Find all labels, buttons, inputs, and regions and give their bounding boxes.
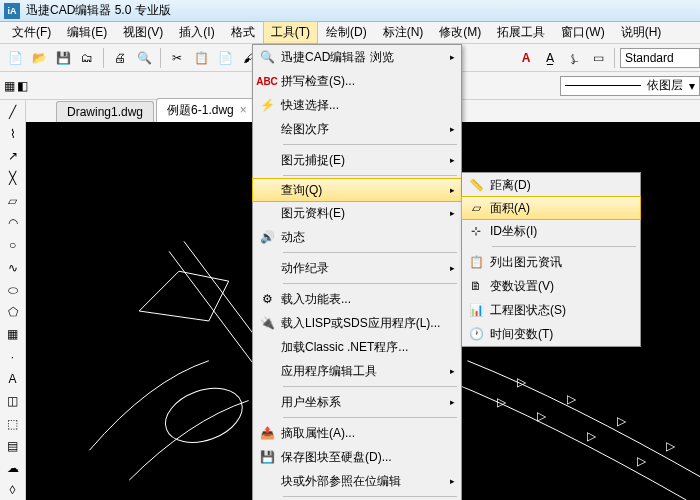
spell-icon: ABC	[253, 76, 281, 87]
menu-tools[interactable]: 工具(T)	[263, 21, 318, 44]
spline-tool-icon[interactable]: ∿	[3, 258, 23, 277]
tools-query[interactable]: 查询(Q)▸	[252, 178, 462, 202]
menu-help[interactable]: 说明(H)	[613, 21, 670, 44]
circle-tool-icon[interactable]: ○	[3, 236, 23, 255]
menu-extend[interactable]: 拓展工具	[489, 21, 553, 44]
tools-action[interactable]: 动作纪录▸	[253, 256, 461, 280]
tools-ucs[interactable]: 用户坐标系▸	[253, 390, 461, 414]
query-id[interactable]: ⊹ID坐标(I)	[462, 219, 640, 243]
preview-icon[interactable]: 🔍	[133, 47, 155, 69]
tab-example[interactable]: 例题6-1.dwg×	[156, 98, 258, 122]
ellipse-tool-icon[interactable]: ⬭	[3, 280, 23, 299]
list-icon: 📋	[462, 255, 490, 269]
polygon-tool-icon[interactable]: ⬠	[3, 303, 23, 322]
app-logo-icon: iA	[4, 3, 20, 19]
tools-snap[interactable]: 图元捕捉(E)▸	[253, 148, 461, 172]
extract-icon: 📤	[253, 426, 281, 440]
distance-icon: 📏	[462, 178, 490, 192]
tools-apptools[interactable]: 应用程序编辑工具▸	[253, 359, 461, 383]
table-tool-icon[interactable]: ▤	[3, 436, 23, 455]
tools-extract[interactable]: 📤摘取属性(A)...	[253, 421, 461, 445]
line-sample-icon	[565, 85, 641, 86]
arc-tool-icon[interactable]: ◠	[3, 213, 23, 232]
text-tool-icon[interactable]: A	[3, 369, 23, 388]
layer-icon[interactable]: ▦	[4, 79, 15, 93]
svg-text:▷: ▷	[666, 439, 676, 453]
cut-icon[interactable]: ✂	[166, 47, 188, 69]
quick-icon: ⚡	[253, 98, 281, 112]
plugin-icon: 🔌	[253, 316, 281, 330]
query-distance[interactable]: 📏距离(D)	[462, 173, 640, 197]
tools-spell[interactable]: ABC拼写检查(S)...	[253, 69, 461, 93]
clock-icon: 🕐	[462, 327, 490, 341]
print-icon[interactable]: 🖨	[109, 47, 131, 69]
tools-loadlisp[interactable]: 🔌载入LISP或SDS应用程序(L)...	[253, 311, 461, 335]
color-icon[interactable]: ◧	[17, 79, 28, 93]
tools-dropdown: 🔍迅捷CAD编辑器 浏览▸ ABC拼写检查(S)... ⚡快速选择... 绘图次…	[252, 44, 462, 500]
text-d-icon[interactable]: ▭	[587, 47, 609, 69]
menu-modify[interactable]: 修改(M)	[431, 21, 489, 44]
copy-icon[interactable]: 📋	[190, 47, 212, 69]
xline-tool-icon[interactable]: ╳	[3, 169, 23, 188]
svg-text:▷: ▷	[617, 414, 627, 428]
tools-dynamic[interactable]: 🔊动态	[253, 225, 461, 249]
wipeout-tool-icon[interactable]: ◊	[3, 481, 23, 500]
line-tool-icon[interactable]: ╱	[3, 102, 23, 121]
title-bar: iA 迅捷CAD编辑器 5.0 专业版	[0, 0, 700, 22]
text-style-select[interactable]: Standard	[620, 48, 700, 68]
tools-loadnet[interactable]: 加载Classic .NET程序...	[253, 335, 461, 359]
svg-text:▷: ▷	[537, 409, 547, 423]
disk-icon: 💾	[253, 450, 281, 464]
tools-order[interactable]: 绘图次序▸	[253, 117, 461, 141]
menu-draw[interactable]: 绘制(D)	[318, 21, 375, 44]
menu-format[interactable]: 格式	[223, 21, 263, 44]
tools-blockref[interactable]: 块或外部参照在位编辑▸	[253, 469, 461, 493]
area-icon: ▱	[462, 201, 490, 215]
text-c-icon[interactable]: ⍼	[563, 47, 585, 69]
window-title: 迅捷CAD编辑器 5.0 专业版	[26, 2, 171, 19]
new-icon[interactable]: 📄	[4, 47, 26, 69]
text-b-icon[interactable]: A̲	[539, 47, 561, 69]
menu-file[interactable]: 文件(F)	[4, 21, 59, 44]
tools-quick[interactable]: ⚡快速选择...	[253, 93, 461, 117]
query-area[interactable]: ▱面积(A)	[461, 196, 641, 220]
open-icon[interactable]: 📂	[28, 47, 50, 69]
coord-icon: ⊹	[462, 224, 490, 238]
gear-icon: ⚙	[253, 292, 281, 306]
region-tool-icon[interactable]: ⬚	[3, 414, 23, 433]
linetype-label: 依图层	[647, 77, 683, 94]
menu-annotate[interactable]: 标注(N)	[375, 21, 432, 44]
menu-window[interactable]: 窗口(W)	[553, 21, 612, 44]
ray-tool-icon[interactable]: ↗	[3, 147, 23, 166]
query-time[interactable]: 🕐时间变数(T)	[462, 322, 640, 346]
close-tab-icon[interactable]: ×	[240, 103, 247, 117]
vars-icon: 🗎	[462, 279, 490, 293]
linetype-select[interactable]: 依图层 ▾	[560, 76, 700, 96]
text-a-icon[interactable]: A	[515, 47, 537, 69]
tools-browse[interactable]: 🔍迅捷CAD编辑器 浏览▸	[253, 45, 461, 69]
hatch-tool-icon[interactable]: ▦	[3, 325, 23, 344]
svg-point-2	[158, 378, 250, 452]
left-toolbar: ╱ ⌇ ↗ ╳ ▱ ◠ ○ ∿ ⬭ ⬠ ▦ · A ◫ ⬚ ▤ ☁ ◊	[0, 100, 26, 500]
tools-loadfn[interactable]: ⚙载入功能表...	[253, 287, 461, 311]
block-tool-icon[interactable]: ◫	[3, 392, 23, 411]
tools-props[interactable]: 图元资料(E)▸	[253, 201, 461, 225]
pline-tool-icon[interactable]: ⌇	[3, 124, 23, 143]
rect-tool-icon[interactable]: ▱	[3, 191, 23, 210]
menu-edit[interactable]: 编辑(E)	[59, 21, 115, 44]
svg-text:▷: ▷	[517, 375, 527, 389]
menu-insert[interactable]: 插入(I)	[171, 21, 222, 44]
query-status[interactable]: 📊工程图状态(S)	[462, 298, 640, 322]
query-list[interactable]: 📋列出图元资讯	[462, 250, 640, 274]
query-vars[interactable]: 🗎变数设置(V)	[462, 274, 640, 298]
tab-drawing1[interactable]: Drawing1.dwg	[56, 101, 154, 122]
point-tool-icon[interactable]: ·	[3, 347, 23, 366]
menu-view[interactable]: 视图(V)	[115, 21, 171, 44]
browse-icon: 🔍	[253, 50, 281, 64]
paste-icon[interactable]: 📄	[214, 47, 236, 69]
tools-saveblock[interactable]: 💾保存图块至硬盘(D)...	[253, 445, 461, 469]
saveall-icon[interactable]: 🗂	[76, 47, 98, 69]
save-icon[interactable]: 💾	[52, 47, 74, 69]
query-dropdown: 📏距离(D) ▱面积(A) ⊹ID坐标(I) 📋列出图元资讯 🗎变数设置(V) …	[461, 172, 641, 347]
cloud-tool-icon[interactable]: ☁	[3, 459, 23, 478]
